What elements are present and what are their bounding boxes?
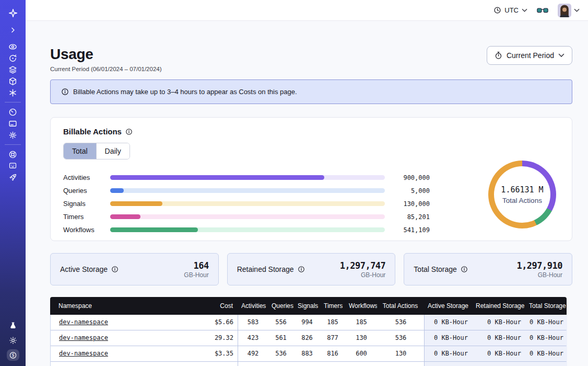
schedules-icon[interactable] (7, 52, 19, 64)
active-storage-value: 164 (184, 260, 208, 271)
info-icon[interactable] (461, 266, 468, 273)
value-cell (192, 362, 238, 366)
rocket-icon[interactable] (7, 171, 19, 183)
value-cell: 185 (345, 315, 378, 330)
period-select-button[interactable]: Current Period (487, 46, 572, 65)
table-row: dev-namespace29.324235618268771305360 KB… (51, 330, 566, 346)
value-cell: 0 KB-Hour (525, 346, 567, 361)
value-cell: 0 KB-Hour (424, 346, 472, 361)
support-lifebuoy-icon[interactable] (7, 148, 19, 160)
total-actions-value: 1.66131 M (501, 185, 543, 195)
namespace-usage-table: NamespaceCostActivitiesQueriesSignalsTim… (50, 297, 567, 366)
sidebar-divider (5, 102, 21, 102)
billable-actions-card: Billable Actions Total Daily Activities9… (50, 117, 572, 241)
value-cell: 583 (238, 315, 268, 330)
timezone-dropdown[interactable]: UTC (493, 6, 527, 14)
collapse-chevron-icon[interactable] (7, 24, 19, 36)
user-menu[interactable] (558, 4, 580, 17)
total-actions-label: Total Actions (502, 197, 542, 204)
value-cell (320, 362, 345, 366)
value-cell: $5.66 (192, 315, 238, 330)
tab-total[interactable]: Total (64, 143, 96, 159)
avatar (558, 4, 571, 17)
value-cell: 816 (320, 346, 345, 361)
nexus-asterisk-icon[interactable] (7, 87, 19, 98)
retained-storage-card: Retained Storage 1,297,747 GB-Hour (227, 253, 396, 285)
retained-storage-label: Retained Storage (237, 265, 294, 273)
value-cell: 130 (378, 346, 424, 361)
value-cell: 0 KB-Hour (525, 315, 567, 330)
column-header: Total Actions (377, 297, 424, 312)
bar-row-activities: Activities900,000 (63, 171, 430, 184)
value-cell: 556 (268, 315, 294, 330)
namespace-link[interactable]: dev-namespace (59, 350, 108, 357)
bar-track (110, 175, 385, 180)
table-row-partial (51, 361, 566, 366)
storage-cards: Active Storage 164 GB-Hour Retained Stor… (50, 253, 572, 285)
column-header: Total Storage (525, 297, 567, 312)
value-cell (345, 362, 378, 366)
namespace-cell: dev-namespace (51, 315, 192, 330)
glasses-icon[interactable] (537, 7, 548, 14)
theme-sun-icon[interactable] (7, 335, 19, 346)
info-icon[interactable] (111, 266, 119, 273)
billable-tabs: Total Daily (63, 143, 130, 159)
bar-track (110, 201, 385, 206)
docs-monitor-icon[interactable] (7, 160, 19, 171)
bar-fill (110, 201, 162, 206)
info-icon[interactable] (298, 266, 305, 273)
page-subtitle: Current Period (06/01/2024 – 07/01/2024) (50, 66, 162, 72)
value-cell: 0 KB-Hour (424, 330, 472, 346)
bar-label: Queries (63, 187, 103, 195)
column-header: Activities (237, 297, 267, 312)
dollar-coin-icon[interactable]: $ (7, 349, 19, 361)
value-cell: 185 (320, 315, 345, 330)
value-cell (378, 362, 424, 366)
column-header: Active Storage (424, 297, 472, 312)
namespace-cell: dev-namespace (51, 330, 192, 346)
namespaces-icon[interactable] (7, 41, 19, 52)
column-header: Namespace (50, 297, 191, 312)
usage-gauge-icon[interactable] (7, 106, 19, 118)
billable-title: Billable Actions (63, 127, 122, 136)
namespace-link[interactable]: dev-namespace (59, 334, 108, 341)
column-header: Workflows (345, 297, 377, 312)
value-cell: 883 (294, 346, 320, 361)
value-cell: 0 KB-Hour (472, 330, 525, 346)
value-cell (268, 362, 294, 366)
chevron-down-icon (574, 8, 580, 13)
column-header: Signals (293, 297, 320, 312)
bar-value: 5,000 (393, 187, 430, 195)
value-cell: 29.32 (192, 330, 238, 346)
value-cell: 536 (268, 346, 294, 361)
total-storage-value: 1,297,910 (516, 260, 562, 271)
billing-card-icon[interactable] (7, 118, 19, 129)
bar-value: 541,109 (393, 226, 430, 234)
retained-storage-unit: GB-Hour (340, 271, 386, 279)
namespace-cell: dev-namespace (51, 346, 192, 361)
namespace-link[interactable]: dev-namespace (59, 318, 108, 326)
value-cell: $3.35 (192, 346, 238, 361)
sidebar-divider (5, 144, 21, 145)
cube-icon[interactable] (7, 75, 19, 87)
lab-flask-icon[interactable] (7, 320, 19, 331)
value-cell: 0 KB-Hour (472, 346, 525, 361)
tab-daily[interactable]: Daily (96, 143, 130, 159)
column-header: Cost (191, 297, 237, 312)
info-icon[interactable] (125, 128, 133, 135)
bar-value: 900,000 (393, 174, 430, 181)
total-storage-card: Total Storage 1,297,910 GB-Hour (404, 253, 572, 285)
main-content: Usage Current Period (06/01/2024 – 07/01… (26, 21, 588, 366)
active-storage-label: Active Storage (60, 265, 108, 273)
total-storage-unit: GB-Hour (516, 271, 562, 279)
temporal-logo-icon[interactable] (7, 7, 19, 19)
bar-track (110, 188, 385, 193)
layers-icon[interactable] (7, 64, 19, 75)
value-cell: 600 (345, 346, 378, 361)
period-button-label: Current Period (507, 51, 554, 60)
value-cell (238, 362, 268, 366)
table-row: dev-namespace$3.354925368838166001300 KB… (51, 346, 566, 361)
active-storage-unit: GB-Hour (184, 271, 208, 279)
page-title: Usage (50, 46, 162, 63)
settings-gear-icon[interactable] (7, 129, 19, 141)
